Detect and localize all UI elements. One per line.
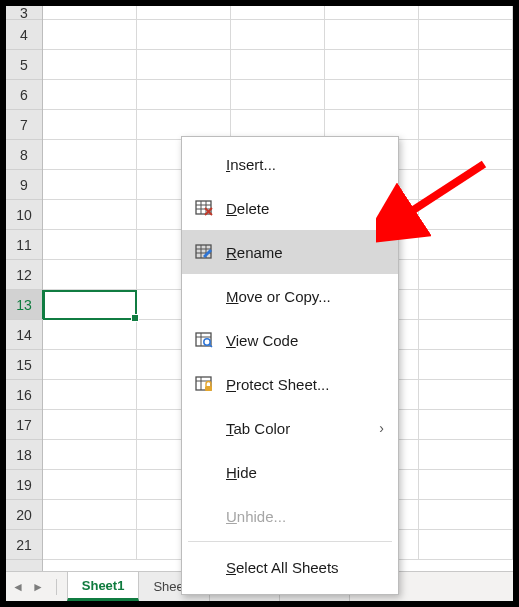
cell[interactable] bbox=[419, 170, 513, 199]
ctxmenu-viewcode[interactable]: View Code bbox=[182, 318, 398, 362]
row-header-10[interactable]: 10 bbox=[6, 200, 42, 230]
cell[interactable] bbox=[43, 20, 137, 49]
row-header-12[interactable]: 12 bbox=[6, 260, 42, 290]
row-header-19[interactable]: 19 bbox=[6, 470, 42, 500]
cell[interactable] bbox=[419, 230, 513, 259]
cell[interactable] bbox=[419, 260, 513, 289]
row-header-4[interactable]: 4 bbox=[6, 20, 42, 50]
cell[interactable] bbox=[137, 20, 231, 49]
ctxmenu-label: Hide bbox=[226, 464, 257, 481]
cell[interactable] bbox=[419, 290, 513, 319]
row-header-14[interactable]: 14 bbox=[6, 320, 42, 350]
chevron-right-icon: › bbox=[379, 420, 384, 436]
tab-nav-prev[interactable]: ◄ bbox=[12, 581, 24, 593]
row-header-20[interactable]: 20 bbox=[6, 500, 42, 530]
cell[interactable] bbox=[43, 50, 137, 79]
ctxmenu-label: Tab Color bbox=[226, 420, 290, 437]
svg-point-15 bbox=[204, 339, 210, 345]
ctxmenu-insert[interactable]: Insert... bbox=[182, 142, 398, 186]
separator bbox=[188, 541, 392, 542]
cell[interactable] bbox=[419, 20, 513, 49]
cell[interactable] bbox=[231, 6, 325, 19]
row-header-13[interactable]: 13 bbox=[6, 290, 42, 320]
sheet-tab-nav: ◄ ► bbox=[6, 572, 67, 601]
cell[interactable] bbox=[419, 200, 513, 229]
ctxmenu-selectall[interactable]: Select All Sheets bbox=[182, 545, 398, 589]
grid-search-icon bbox=[194, 332, 214, 348]
ctxmenu-move[interactable]: Move or Copy... bbox=[182, 274, 398, 318]
cell[interactable] bbox=[419, 6, 513, 19]
cell-row bbox=[43, 80, 513, 110]
row-header-9[interactable]: 9 bbox=[6, 170, 42, 200]
cell[interactable] bbox=[43, 530, 137, 559]
cell[interactable] bbox=[325, 80, 419, 109]
cell-row bbox=[43, 50, 513, 80]
cell[interactable] bbox=[419, 320, 513, 349]
row-header-6[interactable]: 6 bbox=[6, 80, 42, 110]
row-header-3[interactable]: 3 bbox=[6, 6, 42, 20]
ctxmenu-tabcolor[interactable]: Tab Color› bbox=[182, 406, 398, 450]
ctxmenu-label: Unhide... bbox=[226, 508, 286, 525]
cell[interactable] bbox=[419, 410, 513, 439]
grid-lock-icon bbox=[194, 376, 214, 392]
ctxmenu-label: Select All Sheets bbox=[226, 559, 339, 576]
cell[interactable] bbox=[43, 200, 137, 229]
cell[interactable] bbox=[231, 20, 325, 49]
cell[interactable] bbox=[43, 230, 137, 259]
cell[interactable] bbox=[231, 80, 325, 109]
row-header-11[interactable]: 11 bbox=[6, 230, 42, 260]
row-header-5[interactable]: 5 bbox=[6, 50, 42, 80]
row-header-7[interactable]: 7 bbox=[6, 110, 42, 140]
cell-row bbox=[43, 6, 513, 20]
cell[interactable] bbox=[137, 110, 231, 139]
cell[interactable] bbox=[325, 110, 419, 139]
cell[interactable] bbox=[43, 440, 137, 469]
cell[interactable] bbox=[43, 80, 137, 109]
cell[interactable] bbox=[419, 380, 513, 409]
ctxmenu-rename[interactable]: Rename bbox=[182, 230, 398, 274]
row-header-21[interactable]: 21 bbox=[6, 530, 42, 560]
cell[interactable] bbox=[325, 6, 419, 19]
cell[interactable] bbox=[137, 80, 231, 109]
cell[interactable] bbox=[419, 110, 513, 139]
cell[interactable] bbox=[43, 260, 137, 289]
tab-nav-next[interactable]: ► bbox=[32, 581, 44, 593]
cell[interactable] bbox=[419, 500, 513, 529]
ctxmenu-hide[interactable]: Hide bbox=[182, 450, 398, 494]
cell[interactable] bbox=[419, 50, 513, 79]
cell[interactable] bbox=[419, 80, 513, 109]
cell[interactable] bbox=[137, 6, 231, 19]
ctxmenu-label: Insert... bbox=[226, 156, 276, 173]
cell[interactable] bbox=[325, 50, 419, 79]
row-header-18[interactable]: 18 bbox=[6, 440, 42, 470]
cell[interactable] bbox=[43, 410, 137, 439]
cell[interactable] bbox=[43, 290, 137, 319]
cell[interactable] bbox=[43, 320, 137, 349]
ctxmenu-label: Move or Copy... bbox=[226, 288, 331, 305]
row-header-15[interactable]: 15 bbox=[6, 350, 42, 380]
sheet-tab-sheet1[interactable]: Sheet1 bbox=[67, 571, 140, 601]
cell[interactable] bbox=[43, 170, 137, 199]
row-header-17[interactable]: 17 bbox=[6, 410, 42, 440]
cell[interactable] bbox=[43, 500, 137, 529]
cell[interactable] bbox=[43, 470, 137, 499]
cell[interactable] bbox=[43, 380, 137, 409]
divider bbox=[56, 579, 57, 595]
cell[interactable] bbox=[419, 470, 513, 499]
row-header-8[interactable]: 8 bbox=[6, 140, 42, 170]
cell[interactable] bbox=[43, 350, 137, 379]
cell[interactable] bbox=[419, 530, 513, 559]
cell[interactable] bbox=[43, 140, 137, 169]
cell[interactable] bbox=[419, 350, 513, 379]
row-header-16[interactable]: 16 bbox=[6, 380, 42, 410]
cell[interactable] bbox=[137, 50, 231, 79]
cell[interactable] bbox=[325, 20, 419, 49]
cell[interactable] bbox=[43, 110, 137, 139]
ctxmenu-delete[interactable]: Delete bbox=[182, 186, 398, 230]
cell[interactable] bbox=[419, 440, 513, 469]
cell[interactable] bbox=[419, 140, 513, 169]
ctxmenu-protect[interactable]: Protect Sheet... bbox=[182, 362, 398, 406]
cell[interactable] bbox=[43, 6, 137, 19]
cell[interactable] bbox=[231, 50, 325, 79]
cell[interactable] bbox=[231, 110, 325, 139]
